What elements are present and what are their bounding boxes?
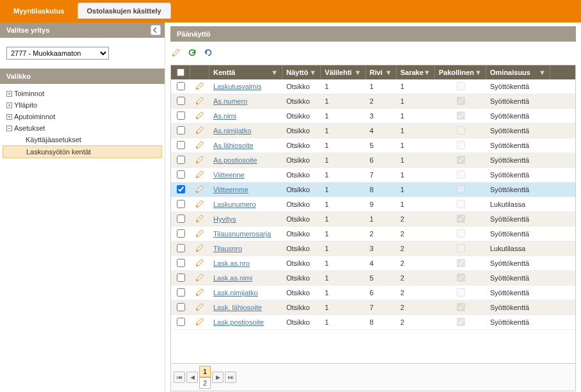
kentta-link[interactable]: Lask.nimijatko xyxy=(209,288,282,298)
kentta-link[interactable]: Hyvitys xyxy=(209,214,282,224)
table-row[interactable]: As.lähiosoiteOtsikko151Syöttökenttä xyxy=(171,138,575,153)
row-checkbox[interactable] xyxy=(177,97,185,105)
kentta-link[interactable]: Tilausnumerosarja xyxy=(209,229,282,239)
kentta-link[interactable]: As.lähiosoite xyxy=(209,140,282,151)
tree-item[interactable]: +Toiminnot xyxy=(0,88,165,99)
tree-item[interactable]: −Asetukset xyxy=(0,122,165,134)
col-rivi[interactable]: Rivi▼ xyxy=(366,65,397,79)
page-last[interactable]: ⏭ xyxy=(225,372,236,383)
table-row[interactable]: Lask.as.nroOtsikko142Syöttökenttä xyxy=(171,256,575,271)
page-number[interactable]: 1 xyxy=(199,366,211,377)
row-checkbox[interactable] xyxy=(177,288,185,297)
refresh-button[interactable] xyxy=(188,48,199,60)
row-checkbox[interactable] xyxy=(177,229,185,238)
col-naytto[interactable]: Näyttö▼ xyxy=(282,65,321,79)
col-ominaisuus[interactable]: Ominaisuus▼ xyxy=(486,65,550,79)
kentta-link[interactable]: Tilausnro xyxy=(209,243,282,254)
col-select-all[interactable] xyxy=(171,65,190,79)
row-checkbox[interactable] xyxy=(177,215,185,223)
tab-ostolaskut[interactable]: Ostolaskujen käsittely xyxy=(78,3,171,19)
row-edit-cell[interactable] xyxy=(190,95,209,108)
tree-sub-item[interactable]: Laskunsyötön kentät xyxy=(3,145,162,158)
kentta-link[interactable]: As.numero xyxy=(209,96,282,106)
tree-sub-item[interactable]: Käyttäjäasetukset xyxy=(0,134,165,145)
row-checkbox[interactable] xyxy=(177,82,185,90)
table-row[interactable]: As.nimijatkoOtsikko141Syöttökenttä xyxy=(171,124,575,138)
tab-myyntilaskutus[interactable]: Myyntilaskutus xyxy=(4,3,74,19)
filter-icon[interactable]: ▼ xyxy=(385,69,392,76)
edit-button[interactable] xyxy=(172,48,183,60)
row-checkbox[interactable] xyxy=(177,156,185,164)
kentta-link[interactable]: Lask.postiosoite xyxy=(209,317,282,327)
tree-item[interactable]: +Aputoiminnot xyxy=(0,111,165,122)
col-sarake[interactable]: Sarake▼ xyxy=(397,65,435,79)
collapse-sidebar-button[interactable] xyxy=(151,25,161,35)
row-edit-cell[interactable] xyxy=(190,183,209,196)
kentta-link[interactable]: Viitteemme xyxy=(209,184,282,195)
tree-item[interactable]: +Ylläpito xyxy=(0,99,165,111)
row-checkbox[interactable] xyxy=(177,185,185,193)
filter-icon[interactable]: ▼ xyxy=(475,69,482,76)
col-kentta[interactable]: Kenttä▼ xyxy=(209,65,282,79)
row-edit-cell[interactable] xyxy=(190,286,209,299)
page-first[interactable]: ⏮ xyxy=(174,372,185,383)
row-checkbox[interactable] xyxy=(177,274,185,282)
filter-icon[interactable]: ▼ xyxy=(309,69,316,76)
filter-icon[interactable]: ▼ xyxy=(271,69,278,76)
kentta-link[interactable]: As.nimi xyxy=(209,111,282,121)
company-select[interactable]: 2777 - Muokkaamaton xyxy=(6,47,109,60)
table-row[interactable]: Lask. lähiosoiteOtsikko172Syöttökenttä xyxy=(171,300,575,315)
table-row[interactable]: As.nimiOtsikko131Syöttökenttä xyxy=(171,109,575,124)
table-row[interactable]: Lask.as.nimiOtsikko152Syöttökenttä xyxy=(171,271,575,286)
table-row[interactable]: Lask.nimijatkoOtsikko162Syöttökenttä xyxy=(171,286,575,300)
kentta-link[interactable]: Lask.as.nro xyxy=(209,258,282,268)
kentta-link[interactable]: Lask. lähiosoite xyxy=(209,302,282,313)
expand-icon[interactable]: + xyxy=(6,91,12,97)
row-edit-cell[interactable] xyxy=(190,257,209,270)
table-row[interactable]: TilausnroOtsikko132Lukutilassa xyxy=(171,241,575,256)
row-edit-cell[interactable] xyxy=(190,110,209,122)
table-row[interactable]: LaskutusvalmisOtsikko111Syöttökenttä xyxy=(171,79,575,94)
row-edit-cell[interactable] xyxy=(190,213,209,225)
table-row[interactable]: HyvitysOtsikko112Syöttökenttä xyxy=(171,212,575,227)
row-edit-cell[interactable] xyxy=(190,301,209,314)
filter-icon[interactable]: ▼ xyxy=(423,69,430,76)
kentta-link[interactable]: Laskunumero xyxy=(209,199,282,209)
row-checkbox[interactable] xyxy=(177,259,185,267)
row-edit-cell[interactable] xyxy=(190,154,209,167)
row-checkbox[interactable] xyxy=(177,200,185,208)
row-edit-cell[interactable] xyxy=(190,242,209,255)
grid-body[interactable]: LaskutusvalmisOtsikko111SyöttökenttäAs.n… xyxy=(171,79,575,363)
expand-icon[interactable]: + xyxy=(6,114,12,120)
table-row[interactable]: As.numeroOtsikko121Syöttökenttä xyxy=(171,94,575,109)
row-edit-cell[interactable] xyxy=(190,124,209,137)
row-checkbox[interactable] xyxy=(177,318,185,326)
row-edit-cell[interactable] xyxy=(190,139,209,152)
row-edit-cell[interactable] xyxy=(190,80,209,93)
col-valilehti[interactable]: Välilehti▼ xyxy=(321,65,366,79)
row-edit-cell[interactable] xyxy=(190,198,209,211)
row-checkbox[interactable] xyxy=(177,141,185,149)
table-row[interactable]: ViitteenneOtsikko171Syöttökenttä xyxy=(171,168,575,183)
row-checkbox[interactable] xyxy=(177,244,185,252)
filter-icon[interactable]: ▼ xyxy=(539,69,546,76)
page-number[interactable]: 2 xyxy=(199,377,211,389)
page-prev[interactable]: ◀ xyxy=(186,372,198,383)
row-checkbox[interactable] xyxy=(177,126,185,135)
row-checkbox[interactable] xyxy=(177,170,185,179)
row-checkbox[interactable] xyxy=(177,111,185,120)
table-row[interactable]: LaskunumeroOtsikko191Lukutilassa xyxy=(171,197,575,212)
row-edit-cell[interactable] xyxy=(190,168,209,181)
table-row[interactable]: As.postiosoiteOtsikko161Syöttökenttä xyxy=(171,153,575,168)
kentta-link[interactable]: As.postiosoite xyxy=(209,155,282,165)
kentta-link[interactable]: Lask.as.nimi xyxy=(209,273,282,283)
col-pakollinen[interactable]: Pakollinen▼ xyxy=(435,65,486,79)
row-checkbox[interactable] xyxy=(177,303,185,311)
filter-icon[interactable]: ▼ xyxy=(354,69,361,76)
expand-icon[interactable]: + xyxy=(6,102,12,108)
table-row[interactable]: Lask.postiosoiteOtsikko182Syöttökenttä xyxy=(171,315,575,330)
row-edit-cell[interactable] xyxy=(190,227,209,240)
table-row[interactable]: TilausnumerosarjaOtsikko122Syöttökenttä xyxy=(171,227,575,241)
row-edit-cell[interactable] xyxy=(190,316,209,329)
row-edit-cell[interactable] xyxy=(190,272,209,284)
